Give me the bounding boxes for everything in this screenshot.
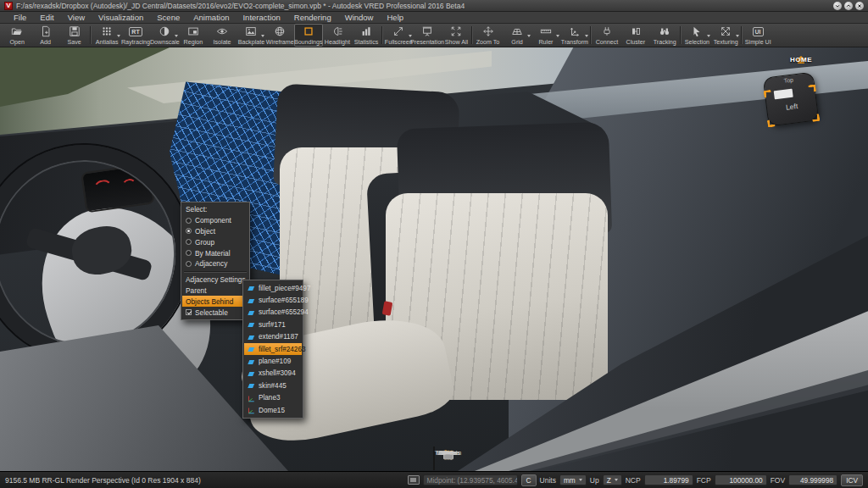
- dropdown-caret[interactable]: [261, 35, 264, 37]
- toolbar-zoom-to[interactable]: Zoom To: [474, 24, 503, 47]
- dropdown-caret[interactable]: [736, 35, 739, 37]
- toolbar-transform[interactable]: Transform: [560, 24, 589, 47]
- menu-rendering[interactable]: Rendering: [287, 13, 338, 22]
- toolbar-raytracing[interactable]: RTRaytracing: [121, 24, 150, 47]
- midpoint-field[interactable]: Midpoint: (12.939575, 4605.4809...: [423, 474, 518, 485]
- render-viewport[interactable]: HOME Top Left Graph Transform Materials …: [0, 47, 868, 471]
- toolbar-cluster[interactable]: Cluster: [621, 24, 650, 47]
- menu-item-by-material[interactable]: By Material: [182, 247, 248, 258]
- viewcube-top-face[interactable]: Top: [764, 75, 813, 86]
- viewcube-corner[interactable]: [767, 119, 776, 128]
- submenu-item-extend-1187[interactable]: extend#1187: [244, 331, 302, 343]
- toolbar-isolate[interactable]: Isolate: [208, 24, 236, 47]
- viewcube-corner[interactable]: [764, 90, 772, 98]
- ncp-field[interactable]: 1.89799: [644, 474, 693, 485]
- toolbar-fullscreen[interactable]: Fullscreen: [384, 24, 413, 47]
- up-axis-dropdown[interactable]: Z: [603, 474, 622, 485]
- submenu-item-surface-655189[interactable]: surface#655189: [244, 294, 302, 306]
- surface-icon: [247, 369, 255, 378]
- menu-view[interactable]: View: [61, 13, 92, 22]
- toolbar-wireframe[interactable]: Wireframe: [265, 24, 294, 47]
- toolbar-texturing[interactable]: Texturing: [711, 24, 740, 47]
- toolbar-save[interactable]: Save: [60, 24, 89, 47]
- menu-item-group[interactable]: Group: [182, 236, 248, 247]
- icv-button[interactable]: ICV: [841, 474, 863, 486]
- fov-field[interactable]: 49.999998: [788, 474, 837, 485]
- minimize-button[interactable]: [833, 2, 842, 10]
- menu-window[interactable]: Window: [338, 13, 381, 22]
- dropdown-caret[interactable]: [175, 35, 178, 37]
- submenu-item-fillet-piece[interactable]: fillet_piece#9497: [244, 282, 302, 294]
- toolbar-antialias[interactable]: Antialias: [92, 24, 121, 47]
- menu-item-objects-behind[interactable]: Objects Behind: [182, 296, 248, 307]
- menu-item-selectable[interactable]: Selectable: [182, 307, 248, 318]
- submenu-item-plane-109[interactable]: plane#109: [244, 355, 302, 367]
- submenu-item-surface-655294[interactable]: surface#655294: [244, 307, 302, 319]
- menu-visualization[interactable]: Visualization: [92, 13, 150, 22]
- submenu-item-skin-445[interactable]: skin#445: [244, 380, 302, 391]
- picture-icon: [245, 25, 257, 37]
- menu-item-parent[interactable]: Parent: [182, 286, 248, 297]
- dropdown-caret[interactable]: [117, 35, 120, 37]
- radio-icon: [186, 239, 192, 245]
- viewcube-home-button[interactable]: HOME: [782, 56, 821, 64]
- maximize-button[interactable]: [844, 2, 853, 10]
- toolbar-ruler[interactable]: Ruler: [531, 24, 560, 47]
- viewcube-front-face[interactable]: Left: [767, 99, 817, 114]
- toolbar-statistics[interactable]: Statistics: [352, 24, 381, 47]
- menu-file[interactable]: File: [7, 13, 33, 22]
- fcp-field[interactable]: 100000.00: [715, 474, 767, 485]
- title-bar[interactable]: V F:/as/rexadsk/Dropbox (Autodesk)/_JD C…: [0, 0, 868, 12]
- submenu-item-fillet-srf[interactable]: fillet_srf#24263: [244, 343, 302, 355]
- toolbar-region[interactable]: Region: [179, 24, 208, 47]
- toolbar-open[interactable]: Open: [3, 24, 31, 47]
- display-icon[interactable]: [408, 475, 420, 485]
- toolbar-grid[interactable]: Grid: [503, 24, 531, 47]
- dropdown-caret[interactable]: [707, 35, 710, 37]
- toolbar-separator: [471, 26, 473, 44]
- menu-interaction[interactable]: Interaction: [236, 13, 287, 22]
- units-dropdown[interactable]: mm: [559, 474, 587, 485]
- toolbar-connect[interactable]: Connect: [593, 24, 621, 47]
- submenu-item-xshell-3094[interactable]: xshell#3094: [244, 368, 302, 380]
- c-button[interactable]: C: [521, 474, 537, 486]
- toolbar-selection[interactable]: Selection: [682, 24, 711, 47]
- dropdown-caret[interactable]: [409, 35, 412, 37]
- module-render[interactable]: Render: [434, 447, 462, 449]
- toolbar-tracking[interactable]: Tracking: [650, 24, 679, 47]
- toolbar-boundings[interactable]: Boundings: [294, 24, 323, 47]
- binoculars-icon: [659, 25, 670, 37]
- ui-badge-icon: UI: [753, 25, 764, 37]
- toolbar-show-all[interactable]: Show All: [442, 24, 470, 47]
- viewcube-corner[interactable]: [808, 84, 816, 92]
- submenu-item-surf-171[interactable]: surf#171: [244, 319, 302, 330]
- memory-renderer-status: 9156.5 MB RR-GL Render Perspective (Id 0…: [5, 476, 201, 485]
- menu-item-component[interactable]: Component: [182, 215, 248, 226]
- menu-item-object[interactable]: Object: [182, 226, 248, 237]
- toolbar-simple-ui[interactable]: UISimple UI: [743, 24, 772, 47]
- toolbar-separator: [381, 26, 383, 44]
- menu-item-adjacency[interactable]: Adjacency: [182, 258, 248, 269]
- close-button[interactable]: [855, 2, 864, 10]
- expand-arrows-icon: [450, 25, 462, 37]
- dropdown-caret[interactable]: [556, 35, 559, 37]
- menu-scene[interactable]: Scene: [150, 13, 186, 22]
- menu-help[interactable]: Help: [380, 13, 410, 22]
- context-menu-header: Select:: [182, 204, 248, 215]
- toolbar-presentation[interactable]: Presentation: [413, 24, 442, 47]
- menu-animation[interactable]: Animation: [186, 13, 236, 22]
- toolbar-add[interactable]: Add: [31, 24, 60, 47]
- dropdown-caret[interactable]: [527, 35, 531, 37]
- toolbar-headlight[interactable]: Headlight: [323, 24, 352, 47]
- dropdown-caret[interactable]: [585, 35, 588, 37]
- menu-edit[interactable]: Edit: [33, 13, 60, 22]
- toolbar-downscale[interactable]: Downscale: [150, 24, 179, 47]
- submenu-item-plane3[interactable]: Plane3: [244, 392, 302, 404]
- menu-item-adjacency-settings[interactable]: Adjacency Settings...: [182, 274, 248, 286]
- window-title: F:/as/rexadsk/Dropbox (Autodesk)/_JD Cen…: [16, 2, 830, 10]
- submenu-item-dome15[interactable]: Dome15: [244, 404, 302, 416]
- toolbar-backplate[interactable]: Backplate: [236, 24, 265, 47]
- viewcube[interactable]: Top Left: [763, 72, 820, 127]
- viewcube-corner[interactable]: [811, 114, 820, 122]
- viewcube-highlight-face[interactable]: [774, 89, 793, 100]
